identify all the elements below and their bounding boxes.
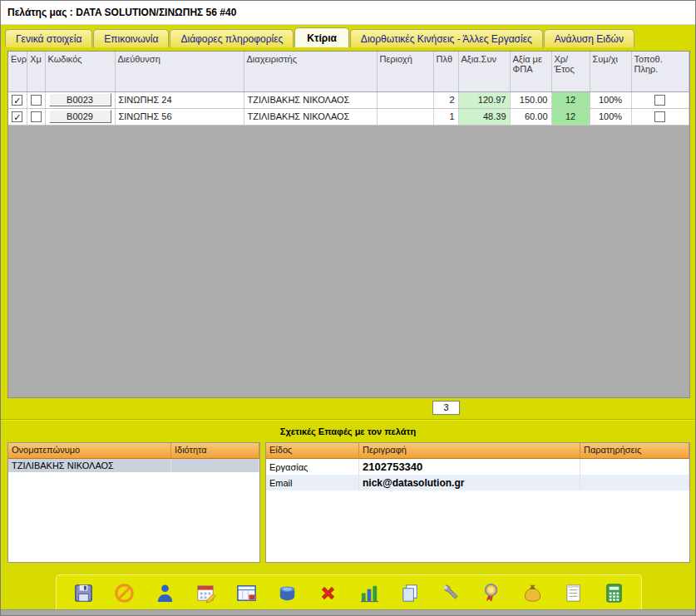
cell-xm xyxy=(27,91,45,108)
cancel-icon xyxy=(113,582,136,604)
cell-value-vat[interactable]: 150.00 xyxy=(510,91,551,108)
col-header-fullname[interactable]: Ονοματεπώνυμο xyxy=(8,443,171,458)
tab-general[interactable]: Γενικά στοιχεία xyxy=(5,29,92,47)
col-header-xm[interactable]: Χμ xyxy=(27,52,45,91)
col-header-code[interactable]: Κωδικός xyxy=(45,52,115,91)
col-header-value[interactable]: Αξια.Συν xyxy=(458,52,510,91)
col-header-manager[interactable]: Διαχειριστής xyxy=(244,52,377,91)
cell-value[interactable]: 48.39 xyxy=(458,108,510,125)
cell-code: B0029 xyxy=(45,108,115,125)
jar-button[interactable] xyxy=(274,579,302,608)
tab-communication[interactable]: Επικοινωνία xyxy=(93,29,169,47)
tools-button[interactable] xyxy=(437,579,465,608)
person-icon xyxy=(154,582,176,604)
building-code-button[interactable]: B0023 xyxy=(49,93,111,106)
contact-detail-row[interactable]: Εργασίας 2102753340 xyxy=(266,459,689,475)
chart-button[interactable] xyxy=(355,579,383,608)
money-bag-button[interactable] xyxy=(519,579,547,608)
delete-button[interactable] xyxy=(314,579,343,608)
page-title: Πελάτης μας : DATA SOLUTION/ΣΙΝΩΠΗΣ 56 #… xyxy=(7,7,236,18)
tab-items-analysis[interactable]: Ανάλυση Ειδών xyxy=(544,29,634,47)
col-header-role[interactable]: Ιδιότητα xyxy=(171,443,259,458)
cell-qty[interactable]: 2 xyxy=(433,91,458,108)
section-divider xyxy=(1,419,695,421)
xm-checkbox-unchecked[interactable] xyxy=(31,95,42,106)
col-header-description[interactable]: Περιγραφή xyxy=(359,443,580,458)
calendar-edit-button[interactable] xyxy=(192,579,220,608)
person-button[interactable] xyxy=(151,579,179,608)
col-header-qty[interactable]: Πλθ xyxy=(433,52,458,91)
building-code-button[interactable]: B0029 xyxy=(49,110,111,123)
detail-notes xyxy=(580,475,689,490)
copy-icon xyxy=(399,582,422,604)
cell-per-year[interactable]: 12 xyxy=(551,108,590,125)
cell-enr: ✓ xyxy=(8,108,27,125)
cell-pct[interactable]: 100% xyxy=(590,108,631,125)
building-row[interactable]: ✓ B0029 ΣΙΝΩΠΗΣ 56 ΤΖΙΛΙΒΑΚΗΣ ΝΙΚΟΛΑΟΣ 1… xyxy=(8,108,689,125)
placed-checkbox-unchecked[interactable] xyxy=(654,95,665,106)
contact-name: ΤΖΙΛΙΒΑΚΗΣ ΝΙΚΟΛΑΟΣ xyxy=(8,459,171,472)
col-header-address[interactable]: Διεύθυνση xyxy=(115,52,244,91)
cell-per-year[interactable]: 12 xyxy=(551,91,590,108)
qty-total-box: 3 xyxy=(432,401,460,415)
notes-icon xyxy=(562,582,585,604)
col-header-value-vat[interactable]: Αξία με ΦΠΑ xyxy=(510,52,551,91)
cell-qty[interactable]: 1 xyxy=(433,108,458,125)
cell-manager[interactable]: ΤΖΙΛΙΒΑΚΗΣ ΝΙΚΟΛΑΟΣ xyxy=(244,108,377,125)
xm-checkbox-unchecked[interactable] xyxy=(31,111,42,122)
title-bar: Πελάτης μας : DATA SOLUTION/ΣΙΝΩΠΗΣ 56 #… xyxy=(1,1,695,25)
buildings-grid-area: Ενρ Χμ Κωδικός Διεύθυνση Διαχειριστής Πε… xyxy=(7,51,690,398)
copy-button[interactable] xyxy=(396,579,424,608)
calendar-edit-icon xyxy=(195,582,217,604)
tab-misc-info[interactable]: Διάφορες πληροφορίες xyxy=(170,29,294,47)
detail-notes xyxy=(580,459,689,475)
cell-placed xyxy=(631,108,689,125)
save-icon xyxy=(72,582,95,604)
detail-type: Email xyxy=(266,475,359,490)
save-button[interactable] xyxy=(69,579,97,608)
enr-checkbox-checked[interactable]: ✓ xyxy=(12,111,22,122)
window-bottom-edge xyxy=(1,609,695,615)
tab-buildings[interactable]: Κτίρια xyxy=(294,27,349,47)
col-header-area[interactable]: Περιοχή xyxy=(377,52,433,91)
contacts-people-header: Ονοματεπώνυμο Ιδιότητα xyxy=(8,443,259,459)
cell-area[interactable] xyxy=(377,91,433,108)
cell-manager[interactable]: ΤΖΙΛΙΒΑΚΗΣ ΝΙΚΟΛΑΟΣ xyxy=(244,91,377,108)
contacts-details-table: Είδος Περιγραφή Παρατηρήσεις Εργασίας 21… xyxy=(265,442,690,563)
enr-checkbox-checked[interactable]: ✓ xyxy=(12,95,22,106)
cancel-button[interactable] xyxy=(110,579,138,608)
cell-value-vat[interactable]: 60.00 xyxy=(510,108,551,125)
medal-icon xyxy=(481,582,503,604)
building-row[interactable]: ✓ B0023 ΣΙΝΩΠΗΣ 24 ΤΖΙΛΙΒΑΚΗΣ ΝΙΚΟΛΑΟΣ 2… xyxy=(8,91,689,108)
calculator-button[interactable] xyxy=(600,579,629,608)
schedule-card-icon xyxy=(235,582,258,604)
col-header-per-year[interactable]: Χρ/Έτος xyxy=(551,52,590,91)
cell-code: B0023 xyxy=(45,91,115,108)
col-header-type[interactable]: Είδος xyxy=(266,443,359,458)
col-header-notes[interactable]: Παρατηρήσεις xyxy=(580,443,689,458)
cell-value[interactable]: 120.97 xyxy=(458,91,510,108)
contacts-details-header: Είδος Περιγραφή Παρατηρήσεις xyxy=(266,443,689,459)
contact-detail-row[interactable]: Email nick@datasolution.gr xyxy=(266,475,689,490)
cell-address[interactable]: ΣΙΝΩΠΗΣ 56 xyxy=(115,108,244,125)
notes-button[interactable] xyxy=(560,579,588,608)
placed-checkbox-unchecked[interactable] xyxy=(654,111,665,122)
cell-pct[interactable]: 100% xyxy=(590,91,631,108)
col-header-enr[interactable]: Ενρ xyxy=(8,52,27,91)
medal-button[interactable] xyxy=(477,579,506,608)
contact-person-row[interactable]: ΤΖΙΛΙΒΑΚΗΣ ΝΙΚΟΛΑΟΣ xyxy=(8,459,259,472)
money-bag-icon xyxy=(521,582,544,604)
cell-address[interactable]: ΣΙΝΩΠΗΣ 24 xyxy=(115,91,244,108)
app-window: Πελάτης μας : DATA SOLUTION/ΣΙΝΩΠΗΣ 56 #… xyxy=(0,0,696,616)
delete-icon xyxy=(317,582,339,604)
cell-enr: ✓ xyxy=(8,91,27,108)
schedule-card-button[interactable] xyxy=(233,579,261,608)
detail-description: nick@datasolution.gr xyxy=(359,475,580,490)
toolbar xyxy=(56,574,642,612)
tab-corrections[interactable]: Διορθωτικές Κινήσεις - Άλλες Εργασίες xyxy=(350,29,543,47)
chart-icon xyxy=(358,582,381,604)
col-header-placed[interactable]: Τοποθ. Πληρ. xyxy=(631,52,689,91)
col-header-pct[interactable]: Συμ/χι xyxy=(590,52,631,91)
contacts-people-table: Ονοματεπώνυμο Ιδιότητα ΤΖΙΛΙΒΑΚΗΣ ΝΙΚΟΛΑ… xyxy=(7,442,260,563)
cell-area[interactable] xyxy=(377,108,433,125)
